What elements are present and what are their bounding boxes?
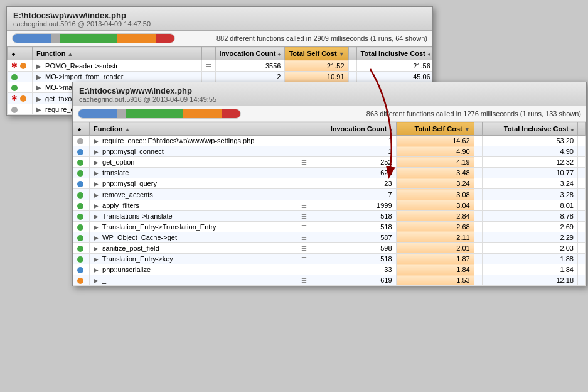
table-row[interactable]: ✻ ▶ POMO_Reader->substr ☰ 3556 21.52 21.… xyxy=(8,60,433,72)
lines-icon-cell: ☰ xyxy=(297,221,311,232)
table-row[interactable]: ▶ get_option ☰ 252 4.19 12.32 xyxy=(73,157,586,168)
function-name[interactable]: ▶ Translations->translate xyxy=(90,210,297,221)
function-name[interactable]: ▶ php::mysql_query xyxy=(90,178,297,189)
table-row[interactable]: ▶ php::mysql_connect 1 4.90 4.90 xyxy=(73,146,586,157)
lines-icon-cell xyxy=(201,72,215,82)
expand-icon[interactable]: ▶ xyxy=(94,234,99,241)
function-name[interactable]: ▶ POMO_Reader->substr xyxy=(33,60,201,72)
lines-icon-cell: ☰ xyxy=(297,200,311,210)
function-name[interactable]: ▶ php::mysql_connect xyxy=(90,146,297,157)
table-row[interactable]: ▶ sanitize_post_field ☰ 598 2.01 2.03 xyxy=(73,242,586,253)
expand-icon[interactable]: ▶ xyxy=(94,148,99,155)
lines-icon: ☰ xyxy=(301,159,307,166)
window1-progress-bar xyxy=(12,33,175,43)
row-marker xyxy=(73,210,90,221)
end-cell xyxy=(578,136,586,146)
window2-header: E:\htdocs\wp\www\index.php cachegrind.ou… xyxy=(73,82,586,106)
th2-invocation[interactable]: Invocation Count ⬥ xyxy=(311,122,396,136)
expand-icon[interactable]: ▶ xyxy=(94,180,99,187)
function-name[interactable]: ▶ Translation_Entry->key xyxy=(90,254,297,264)
table-row[interactable]: ▶ WP_Object_Cache->get ☰ 587 2.11 2.29 xyxy=(73,232,586,242)
invocation-count: 628 xyxy=(311,168,396,178)
expand-icon[interactable]: ▶ xyxy=(94,213,99,220)
th2-self-cost[interactable]: Total Self Cost ▼ xyxy=(396,122,474,136)
expand-icon[interactable]: ▶ xyxy=(94,277,99,284)
invocation-count: 1 xyxy=(311,136,396,146)
table-row[interactable]: ▶ Translations->translate ☰ 518 2.84 8.7… xyxy=(73,210,586,221)
sep-cell xyxy=(474,189,482,200)
end-cell xyxy=(578,221,586,232)
table-row[interactable]: ▶ Translation_Entry->key ☰ 518 1.87 1.88 xyxy=(73,254,586,264)
invocation-count: 1999 xyxy=(311,200,396,210)
expand-icon[interactable]: ▶ xyxy=(36,84,41,91)
th-invocation[interactable]: Invocation Count ⬥ xyxy=(215,47,285,60)
sep-cell xyxy=(474,254,482,264)
table-row[interactable]: ▶ remove_accents ☰ 7 3.08 3.28 xyxy=(73,189,586,200)
row-marker: ✻ xyxy=(8,93,33,104)
end-cell xyxy=(578,254,586,264)
expand-icon[interactable]: ▶ xyxy=(94,245,99,252)
expand-icon[interactable]: ▶ xyxy=(94,202,99,209)
table-row[interactable]: ▶ _ ☰ 619 1.53 12.18 xyxy=(73,275,586,286)
status-dot xyxy=(77,256,83,263)
expand-icon[interactable]: ▶ xyxy=(94,224,99,231)
th-function[interactable]: Function ▲ xyxy=(33,47,201,60)
end-cell xyxy=(578,264,586,275)
window2-topbar: 863 different functions called in 1276 m… xyxy=(73,106,586,122)
table-row[interactable]: ▶ MO->import_from_reader 2 10.91 45.06 xyxy=(8,72,433,82)
expand-icon[interactable]: ▶ xyxy=(36,95,41,102)
expand-icon[interactable]: ▶ xyxy=(36,63,41,70)
self-cost: 3.08 xyxy=(396,189,474,200)
window1-subtitle: cachegrind.out.5916 @ 2013-04-09 14:47:5… xyxy=(13,20,426,28)
window1-topbar: 882 different functions called in 2909 m… xyxy=(7,31,432,46)
table-row[interactable]: ▶ Translation_Entry->Translation_Entry ☰… xyxy=(73,221,586,232)
sep-cell xyxy=(474,200,482,210)
expand-icon[interactable]: ▶ xyxy=(94,266,99,273)
expand-icon[interactable]: ▶ xyxy=(94,256,99,263)
table-row[interactable]: ▶ php::mysql_query 23 3.24 3.24 xyxy=(73,178,586,189)
expand-icon[interactable]: ▶ xyxy=(94,170,99,177)
th2-function[interactable]: Function ▲ xyxy=(90,122,297,136)
table-row[interactable]: ▶ php::unserialize 33 1.84 1.84 xyxy=(73,264,586,275)
inclusive-cost: 2.29 xyxy=(482,232,577,242)
function-name[interactable]: ▶ php::unserialize xyxy=(90,264,297,275)
expand-icon[interactable]: ▶ xyxy=(36,74,41,80)
function-name[interactable]: ▶ require_once::'E:\htdocs\wp\www\wp-set… xyxy=(90,136,297,146)
function-name[interactable]: ▶ sanitize_post_field xyxy=(90,242,297,253)
inclusive-cost: 12.32 xyxy=(482,157,577,168)
invocation-count: 619 xyxy=(311,275,396,286)
status-dot xyxy=(77,181,83,187)
function-name[interactable]: ▶ get_option xyxy=(90,157,297,168)
table-row[interactable]: ▶ require_once::'E:\htdocs\wp\www\wp-set… xyxy=(73,136,586,146)
th2-inclusive-cost[interactable]: Total Inclusive Cost ⬥ xyxy=(482,122,577,136)
status-dot xyxy=(77,138,83,144)
th-inclusive-cost[interactable]: Total Inclusive Cost ⬥ xyxy=(356,47,432,60)
lines-icon-cell: ☰ xyxy=(297,168,311,178)
function-name[interactable]: ▶ WP_Object_Cache->get xyxy=(90,232,297,242)
row-marker xyxy=(8,82,33,93)
function-name[interactable]: ▶ remove_accents xyxy=(90,189,297,200)
function-name[interactable]: ▶ apply_filters xyxy=(90,200,297,210)
expand-icon[interactable]: ▶ xyxy=(94,138,99,144)
expand-icon[interactable]: ▶ xyxy=(36,106,41,113)
function-name[interactable]: ▶ Translation_Entry->Translation_Entry xyxy=(90,221,297,232)
pb-orange xyxy=(117,34,156,43)
self-cost: 4.19 xyxy=(396,157,474,168)
pb2-green xyxy=(126,109,183,118)
th-self-cost[interactable]: Total Self Cost ▼ xyxy=(285,47,348,60)
invocation-count: 252 xyxy=(311,157,396,168)
sep-cell xyxy=(474,157,482,168)
table-row[interactable]: ▶ apply_filters ☰ 1999 3.04 8.01 xyxy=(73,200,586,210)
status-dot xyxy=(77,246,83,252)
expand-icon[interactable]: ▶ xyxy=(94,192,99,199)
table-row[interactable]: ▶ translate ☰ 628 3.48 10.77 xyxy=(73,168,586,178)
function-name[interactable]: ▶ MO->import_from_reader xyxy=(33,72,201,82)
expand-icon[interactable]: ▶ xyxy=(94,159,99,166)
invocation-count: 33 xyxy=(311,264,396,275)
sep-cell xyxy=(474,136,482,146)
window2-table-wrapper[interactable]: ⬥ Function ▲ Invocation Count ⬥ Total Se… xyxy=(73,122,586,286)
function-name[interactable]: ▶ _ xyxy=(90,275,297,286)
self-cost: 3.48 xyxy=(396,168,474,178)
function-name[interactable]: ▶ translate xyxy=(90,168,297,178)
self-cost: 2.68 xyxy=(396,221,474,232)
